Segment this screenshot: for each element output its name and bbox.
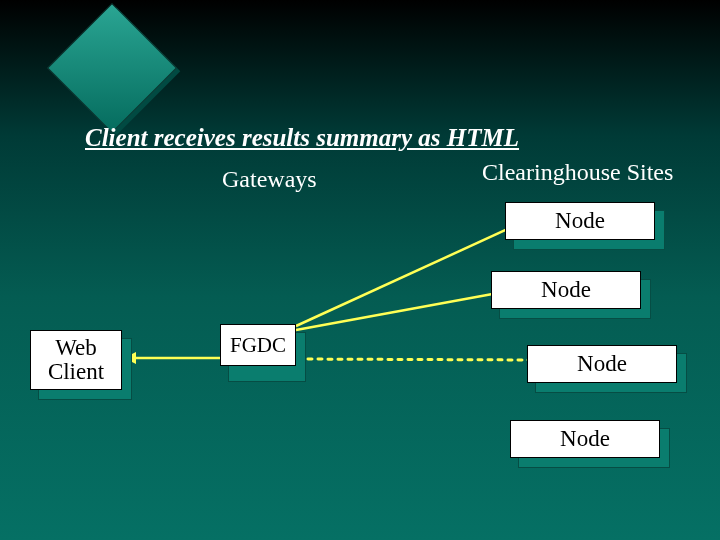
node-3-label: Node — [577, 352, 627, 376]
heading-gateways: Gateways — [222, 166, 317, 193]
node-2-label: Node — [541, 278, 591, 302]
svg-line-2 — [296, 227, 512, 326]
web-client-label: WebClient — [48, 336, 104, 384]
svg-line-3 — [296, 293, 498, 330]
node-4-label: Node — [560, 427, 610, 451]
slide: Client receives results summary as HTML … — [0, 0, 720, 540]
node-1-label: Node — [555, 209, 605, 233]
slide-title: Client receives results summary as HTML — [85, 124, 519, 152]
heading-clearinghouse-sites: Clearinghouse Sites — [482, 159, 673, 186]
diamond-bullet-icon — [66, 22, 156, 112]
svg-line-4 — [298, 359, 532, 360]
fgdc-label: FGDC — [230, 334, 286, 356]
